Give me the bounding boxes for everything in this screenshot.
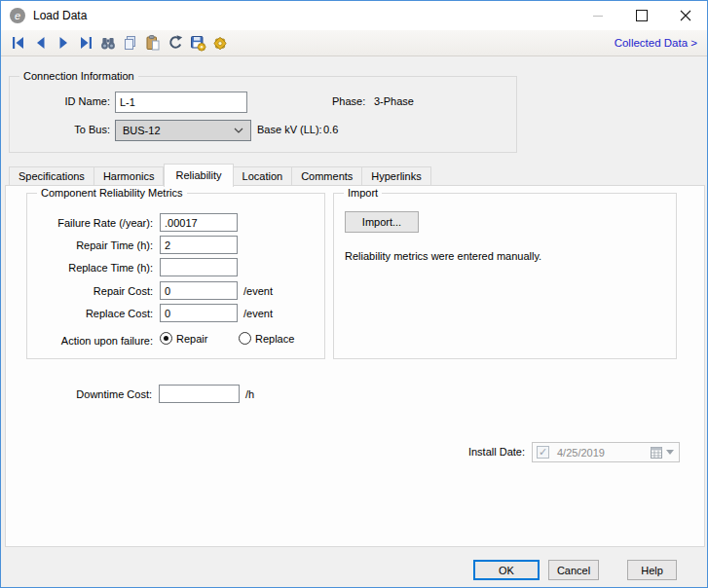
undo-icon[interactable] [166,34,185,52]
repair-time-input[interactable] [160,236,238,254]
save-settings-icon[interactable] [188,34,207,52]
import-group: Import Import... Reliability metrics wer… [333,193,677,359]
install-date-checkbox[interactable] [537,446,549,459]
replace-radio-label: Replace [255,333,294,345]
failure-rate-label: Failure Rate (/year): [27,217,153,229]
tab-hyperlinks[interactable]: Hyperlinks [362,166,430,186]
to-bus-label: To Bus: [10,124,110,135]
collected-data-link[interactable]: Collected Data > [615,37,697,49]
component-reliability-metrics-group: Component Reliability Metrics Failure Ra… [26,193,325,359]
close-icon [680,10,691,21]
paste-icon[interactable] [143,34,163,52]
tab-comments[interactable]: Comments [292,166,362,186]
maximize-button[interactable] [619,1,663,30]
id-name-label: ID Name: [10,95,110,107]
find-icon[interactable] [98,34,118,52]
downtime-cost-label: Downtime Cost: [6,388,152,400]
chevron-down-icon [234,128,243,133]
reliability-tab-page: Component Reliability Metrics Failure Ra… [5,185,705,547]
radio-circle-icon [160,332,172,345]
tab-strip: Specifications Harmonics Reliability Loc… [9,163,431,186]
first-record-icon[interactable] [9,34,28,52]
close-button[interactable] [663,1,707,30]
ok-button[interactable]: OK [473,560,540,580]
tab-harmonics[interactable]: Harmonics [94,166,165,186]
app-icon-letter: e [15,10,20,21]
repair-cost-label: Repair Cost: [27,285,153,297]
install-date-picker[interactable]: 4/25/2019 [532,442,680,462]
install-date-dropdown-icon[interactable] [666,450,674,455]
settings-icon[interactable] [210,34,230,52]
copy-icon[interactable] [121,34,140,52]
downtime-cost-unit: /h [245,388,254,400]
downtime-cost-input[interactable] [159,385,240,403]
repair-radio-label: Repair [176,333,207,345]
minimize-button[interactable] [576,1,619,30]
replace-time-label: Replace Time (h): [27,262,153,274]
tab-specifications[interactable]: Specifications [9,166,94,186]
phase-value: 3-Phase [374,95,414,107]
previous-record-icon[interactable] [31,34,51,52]
window-title: Load Data [33,9,87,22]
replace-time-input[interactable] [160,258,238,276]
tab-location[interactable]: Location [234,166,293,186]
connection-information-group: Connection Information ID Name: Phase: 3… [9,76,517,153]
maximize-icon [636,10,648,21]
window-controls [576,1,707,30]
replace-radio[interactable]: Replace [239,332,294,345]
toolbar: Collected Data > [1,30,707,56]
repair-cost-input[interactable] [160,281,238,300]
component-reliability-metrics-legend: Component Reliability Metrics [37,187,187,199]
base-kv-label: Base kV (LL): [257,124,322,135]
help-button[interactable]: Help [627,560,677,580]
last-record-icon[interactable] [76,34,95,52]
radio-circle-icon [239,332,251,345]
install-date-value: 4/25/2019 [557,447,605,459]
title-bar: e Load Data [1,1,707,30]
repair-radio[interactable]: Repair [160,332,207,345]
id-name-input[interactable] [115,92,247,113]
import-legend: Import [344,187,382,199]
phase-label: Phase: [332,95,365,107]
to-bus-value: BUS-12 [123,125,161,136]
to-bus-combobox[interactable]: BUS-12 [115,120,251,141]
tab-reliability[interactable]: Reliability [164,164,233,187]
replace-cost-label: Replace Cost: [27,308,153,319]
replace-cost-unit: /event [243,308,273,319]
repair-time-label: Repair Time (h): [27,239,153,251]
cancel-button[interactable]: Cancel [548,560,599,580]
calendar-icon [651,447,662,459]
import-button[interactable]: Import... [345,211,419,233]
failure-rate-input[interactable] [160,213,238,232]
replace-cost-input[interactable] [160,304,238,322]
app-icon: e [10,8,25,23]
install-date-label: Install Date: [428,446,525,458]
repair-cost-unit: /event [243,285,273,297]
import-note: Reliability metrics were entered manuall… [345,250,541,262]
action-upon-failure-label: Action upon failure: [27,335,153,347]
load-data-dialog: e Load Data [0,0,708,588]
minimize-icon [593,16,603,17]
connection-information-legend: Connection Information [19,70,138,82]
base-kv-value: 0.6 [323,124,338,135]
next-record-icon[interactable] [54,34,73,52]
